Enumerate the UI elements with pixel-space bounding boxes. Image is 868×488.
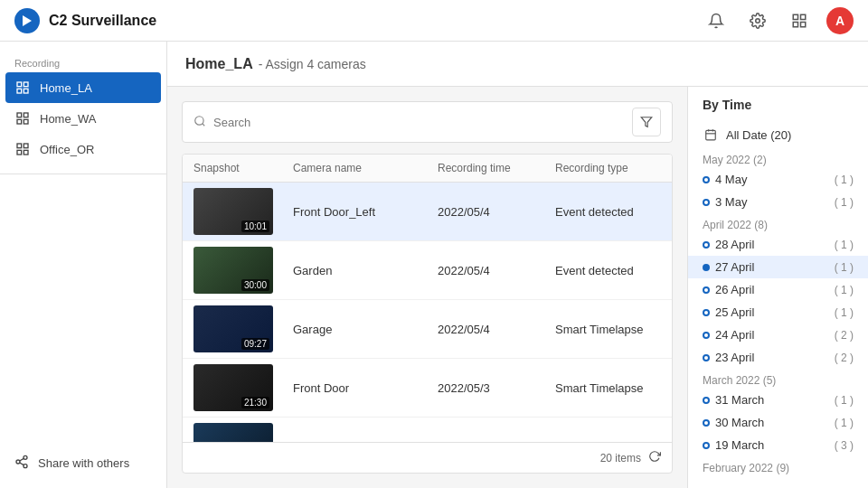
date-dot bbox=[703, 176, 710, 183]
date-label: 23 April bbox=[715, 351, 754, 364]
date-count: ( 1 ) bbox=[835, 306, 854, 319]
date-row-23april[interactable]: 23 April ( 2 ) bbox=[688, 346, 868, 369]
date-label: 25 April bbox=[715, 305, 754, 319]
date-count: ( 1 ) bbox=[835, 174, 854, 186]
date-row-3may[interactable]: 3 May ( 1 ) bbox=[688, 191, 868, 213]
svg-marker-0 bbox=[23, 15, 32, 26]
svg-rect-2 bbox=[793, 14, 797, 19]
date-dot bbox=[703, 442, 710, 449]
table-header: Snapshot Camera name Recording time Reco… bbox=[183, 155, 672, 183]
date-row-25april[interactable]: 25 April ( 1 ) bbox=[688, 301, 868, 324]
month-label-feb: February 2022 (9) bbox=[688, 456, 868, 476]
date-row-24april[interactable]: 24 April ( 2 ) bbox=[688, 324, 868, 346]
svg-rect-3 bbox=[801, 14, 806, 19]
svg-rect-15 bbox=[24, 144, 28, 148]
total-items: 20 items bbox=[600, 452, 641, 465]
date-row-26april[interactable]: 26 April ( 1 ) bbox=[688, 278, 868, 301]
date-count: ( 1 ) bbox=[835, 196, 854, 209]
svg-point-18 bbox=[24, 455, 27, 459]
sidebar-item-office-or[interactable]: Office_OR bbox=[0, 134, 166, 164]
brand-logo bbox=[14, 8, 40, 33]
date-row-31march[interactable]: 31 March ( 1 ) bbox=[688, 389, 868, 411]
svg-rect-5 bbox=[793, 22, 797, 26]
date-dot bbox=[703, 332, 710, 339]
svg-point-23 bbox=[195, 116, 203, 124]
date-count: ( 1 ) bbox=[835, 239, 854, 251]
table-row[interactable]: 09:27 Garage 2022/05/4 Smart Timelapse -… bbox=[183, 300, 672, 359]
svg-point-1 bbox=[756, 18, 760, 23]
camera-name: Front Door bbox=[293, 381, 438, 395]
recording-type: Smart Timelapse bbox=[555, 323, 672, 336]
grid-button[interactable] bbox=[785, 6, 814, 35]
date-count: ( 2 ) bbox=[835, 329, 854, 342]
sidebar-item-home-wa[interactable]: Home_WA bbox=[0, 103, 166, 134]
svg-point-19 bbox=[16, 460, 20, 464]
date-dot bbox=[703, 397, 710, 404]
search-input[interactable] bbox=[213, 116, 625, 129]
sidebar-item-home-la[interactable]: Home_LA bbox=[5, 72, 161, 103]
share-label: Share with others bbox=[38, 456, 129, 470]
sidebar: Recording Home_LA Home_WA Office_OR Sha bbox=[0, 42, 167, 488]
calendar-icon bbox=[703, 127, 719, 143]
refresh-button[interactable] bbox=[648, 450, 661, 465]
recording-time: 2022/05/4 bbox=[438, 264, 555, 277]
share-with-others-button[interactable]: Share with others bbox=[0, 447, 166, 479]
date-row-27april[interactable]: 27 April ( 1 ) bbox=[688, 256, 868, 278]
svg-rect-11 bbox=[24, 113, 28, 117]
sidebar-label-home-la: Home_LA bbox=[40, 81, 92, 95]
thumb-time: 21:30 bbox=[241, 397, 269, 408]
date-label: 31 March bbox=[715, 393, 764, 407]
date-count: ( 3 ) bbox=[835, 439, 854, 452]
camera-name: Garage bbox=[293, 323, 438, 336]
date-label: 26 April bbox=[715, 283, 754, 296]
svg-rect-12 bbox=[17, 119, 22, 124]
search-icon bbox=[193, 115, 206, 130]
camera-name: Front Door_Left bbox=[293, 205, 438, 219]
date-count: ( 1 ) bbox=[835, 284, 854, 296]
recording-type: Smart Timelapse bbox=[555, 381, 672, 395]
svg-line-21 bbox=[20, 463, 24, 465]
recording-table: Snapshot Camera name Recording time Reco… bbox=[182, 154, 673, 474]
month-label-may: May 2022 (2) bbox=[688, 148, 868, 168]
table-row[interactable]: 20:15 Garden 2022/05/3 Smart Timelapse S… bbox=[183, 418, 672, 442]
user-avatar[interactable]: A bbox=[826, 7, 854, 34]
svg-line-22 bbox=[20, 458, 24, 461]
main-header: Home_LA - Assign 4 cameras bbox=[167, 42, 868, 87]
table-row[interactable]: 10:01 Front Door_Left 2022/05/4 Event de… bbox=[183, 183, 672, 241]
svg-rect-8 bbox=[17, 89, 22, 93]
svg-marker-25 bbox=[641, 117, 652, 127]
thumb-time: 10:01 bbox=[241, 221, 269, 232]
thumbnail-cell: 09:27 bbox=[193, 305, 293, 352]
date-count: ( 1 ) bbox=[835, 417, 854, 429]
svg-line-24 bbox=[203, 123, 205, 126]
date-dot bbox=[703, 241, 710, 249]
layout: Recording Home_LA Home_WA Office_OR Sha bbox=[0, 42, 868, 488]
date-row-30march[interactable]: 30 March ( 1 ) bbox=[688, 411, 868, 434]
date-dot bbox=[703, 354, 710, 361]
svg-rect-26 bbox=[706, 130, 716, 140]
thumbnail-cell: 10:01 bbox=[193, 188, 293, 235]
table-footer: 20 items bbox=[183, 442, 672, 473]
date-row-19march[interactable]: 19 March ( 3 ) bbox=[688, 434, 868, 456]
date-dot bbox=[703, 286, 710, 294]
date-row-28april[interactable]: 28 April ( 1 ) bbox=[688, 233, 868, 256]
by-time-panel: By Time All Date (20) May 2022 (2) 4 May… bbox=[687, 87, 868, 488]
date-label: 27 April bbox=[715, 260, 754, 274]
col-snapshot: Snapshot bbox=[193, 162, 293, 174]
settings-button[interactable] bbox=[743, 6, 772, 35]
table-body: 10:01 Front Door_Left 2022/05/4 Event de… bbox=[183, 183, 672, 442]
by-time-title: By Time bbox=[688, 98, 868, 121]
filter-button[interactable] bbox=[632, 108, 661, 136]
table-row[interactable]: 21:30 Front Door 2022/05/3 Smart Timelap… bbox=[183, 359, 672, 418]
date-label: 4 May bbox=[715, 173, 747, 186]
date-row-4may[interactable]: 4 May ( 1 ) bbox=[688, 168, 868, 191]
all-date-row[interactable]: All Date (20) bbox=[688, 121, 868, 148]
month-label-march: March 2022 (5) bbox=[688, 369, 868, 389]
date-label: 24 April bbox=[715, 328, 754, 342]
sidebar-label-home-wa: Home_WA bbox=[40, 112, 96, 126]
table-row[interactable]: 30:00 Garden 2022/05/4 Event detected Sh… bbox=[183, 241, 672, 300]
notification-button[interactable] bbox=[702, 6, 731, 35]
svg-rect-14 bbox=[17, 144, 22, 148]
svg-rect-10 bbox=[17, 113, 22, 117]
svg-rect-17 bbox=[24, 150, 28, 155]
